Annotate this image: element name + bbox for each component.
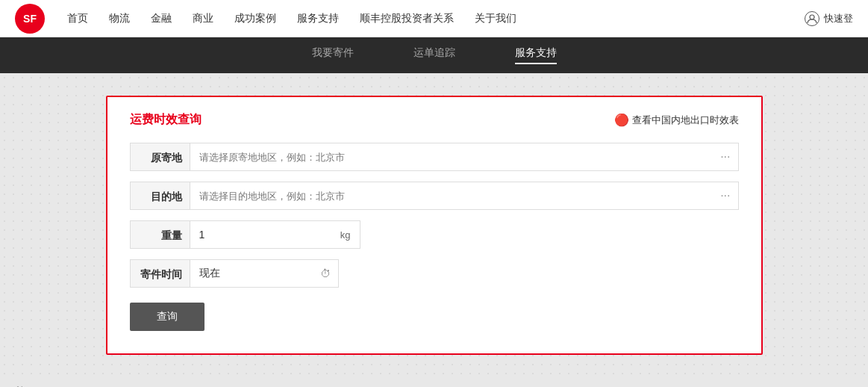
query-button[interactable]: 查询 bbox=[130, 303, 204, 331]
sub-nav: 我要寄件 运单追踪 服务支持 bbox=[0, 37, 868, 73]
quick-login[interactable]: 快速登 bbox=[805, 11, 853, 26]
sub-nav-track[interactable]: 运单追踪 bbox=[413, 46, 455, 64]
origin-dots[interactable]: ··· bbox=[720, 150, 730, 164]
form-title: 运费时效查询 bbox=[130, 112, 202, 128]
time-label: 寄件时间 bbox=[130, 259, 190, 288]
logo: SF bbox=[15, 4, 45, 34]
nav-business[interactable]: 商业 bbox=[193, 12, 213, 25]
dest-label: 目的地 bbox=[130, 182, 190, 210]
origin-input[interactable] bbox=[190, 143, 738, 170]
form-header: 运费时效查询 🔴 查看中国内地出口时效表 bbox=[130, 112, 739, 128]
dest-row: 目的地 ··· bbox=[130, 182, 739, 210]
content-area: 运费时效查询 🔴 查看中国内地出口时效表 原寄地 ··· 目的地 ··· 重量 bbox=[0, 73, 868, 377]
time-row: 寄件时间 ⏱ bbox=[130, 259, 739, 288]
weight-label: 重量 bbox=[130, 220, 190, 249]
nav-links: 首页 物流 金融 商业 成功案例 服务支持 顺丰控股投资者关系 关于我们 bbox=[67, 12, 805, 25]
time-input[interactable] bbox=[190, 260, 338, 287]
user-icon bbox=[805, 11, 819, 26]
nav-service[interactable]: 服务支持 bbox=[297, 12, 339, 25]
globe-icon: 🔴 bbox=[614, 113, 629, 127]
sub-nav-send[interactable]: 我要寄件 bbox=[312, 46, 354, 64]
nav-investor[interactable]: 顺丰控股投资者关系 bbox=[360, 12, 454, 25]
view-link-label: 查看中国内地出口时效表 bbox=[632, 114, 739, 127]
nav-about[interactable]: 关于我们 bbox=[475, 12, 516, 25]
weight-input[interactable] bbox=[190, 221, 360, 248]
weight-row: 重量 kg bbox=[130, 220, 739, 249]
svg-point-0 bbox=[810, 15, 814, 19]
nav-finance[interactable]: 金融 bbox=[151, 12, 172, 25]
dest-input-wrap: ··· bbox=[190, 182, 739, 210]
nav-logistics[interactable]: 物流 bbox=[109, 12, 130, 25]
weight-unit: kg bbox=[340, 229, 351, 241]
nav-home[interactable]: 首页 bbox=[67, 12, 88, 25]
origin-row: 原寄地 ··· bbox=[130, 143, 739, 171]
origin-label: 原寄地 bbox=[130, 143, 190, 171]
view-link[interactable]: 🔴 查看中国内地出口时效表 bbox=[614, 113, 739, 127]
origin-input-wrap: ··· bbox=[190, 143, 739, 171]
time-input-wrap: ⏱ bbox=[190, 259, 339, 288]
dest-dots[interactable]: ··· bbox=[720, 189, 730, 202]
bottom-bar: Ai bbox=[0, 377, 868, 387]
sub-nav-service[interactable]: 服务支持 bbox=[515, 46, 557, 64]
nav-cases[interactable]: 成功案例 bbox=[234, 12, 276, 25]
top-nav: SF 首页 物流 金融 商业 成功案例 服务支持 顺丰控股投资者关系 关于我们 … bbox=[0, 0, 868, 37]
clock-icon[interactable]: ⏱ bbox=[320, 267, 331, 279]
dest-input[interactable] bbox=[190, 182, 738, 209]
quick-login-label: 快速登 bbox=[824, 12, 853, 25]
weight-input-wrap: kg bbox=[190, 220, 360, 249]
freight-form-card: 运费时效查询 🔴 查看中国内地出口时效表 原寄地 ··· 目的地 ··· 重量 bbox=[106, 96, 763, 355]
